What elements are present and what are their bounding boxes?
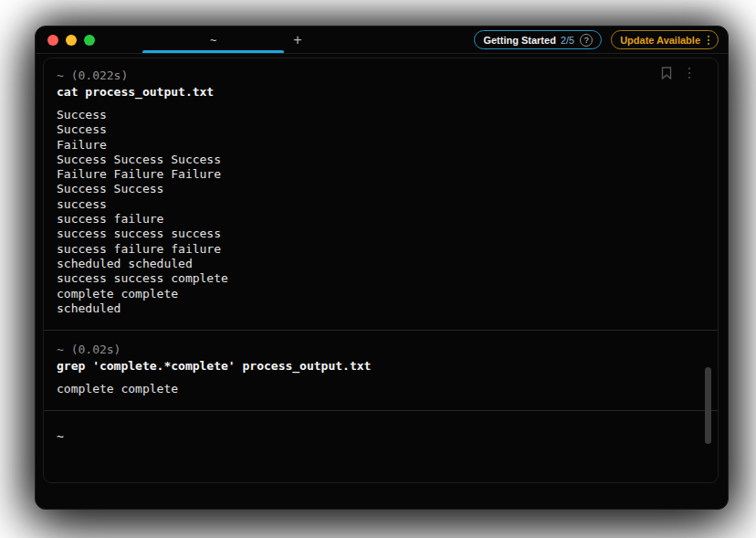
- close-window-button[interactable]: [47, 35, 58, 46]
- output-line: success failure failure: [57, 242, 705, 257]
- tab-home[interactable]: ~: [142, 26, 284, 53]
- terminal-window: ~ + Getting Started 2/5 ? Update Availab…: [35, 26, 729, 510]
- output-line: Success Success: [57, 182, 705, 196]
- terminal-pane[interactable]: ~ (0.022s) cat process_output.txt Succes…: [43, 58, 719, 483]
- output-line: scheduled scheduled: [57, 257, 705, 271]
- scrollbar-thumb[interactable]: [705, 367, 711, 444]
- minimize-window-button[interactable]: [66, 35, 77, 46]
- output-line: success failure: [57, 212, 705, 227]
- output-line: Failure: [57, 138, 705, 153]
- traffic-lights: [36, 35, 104, 46]
- output-line: Failure Failure Failure: [57, 167, 705, 182]
- prompt-line: ~ (0.022s): [57, 68, 705, 83]
- zoom-window-button[interactable]: [84, 35, 95, 46]
- getting-started-button[interactable]: Getting Started 2/5 ?: [474, 30, 602, 49]
- titlebar: ~ + Getting Started 2/5 ? Update Availab…: [36, 26, 728, 54]
- block-menu-kebab-icon[interactable]: [687, 66, 692, 80]
- current-prompt[interactable]: ~: [57, 428, 705, 444]
- command-block[interactable]: ~ (0.02s) grep 'complete.*complete' proc…: [57, 342, 705, 396]
- getting-started-progress: 2/5: [561, 35, 574, 46]
- update-available-button[interactable]: Update Available: [611, 30, 719, 49]
- output-line: complete complete: [57, 287, 705, 301]
- update-menu-kebab-icon[interactable]: [708, 36, 709, 45]
- command-output: SuccessSuccessFailureSuccess Success Suc…: [57, 108, 705, 316]
- tab-title: ~: [210, 34, 216, 47]
- command-block[interactable]: ~ (0.022s) cat process_output.txt Succes…: [57, 68, 705, 316]
- output-line: Success: [57, 108, 705, 122]
- titlebar-actions: Getting Started 2/5 ? Update Available: [474, 30, 728, 49]
- getting-started-label: Getting Started: [483, 35, 555, 46]
- bookmark-icon[interactable]: [661, 67, 672, 79]
- active-tab-indicator: [142, 50, 284, 53]
- help-icon[interactable]: ?: [580, 34, 593, 47]
- command-text: cat process_output.txt: [57, 84, 705, 100]
- command-text: grep 'complete.*complete' process_output…: [57, 358, 705, 374]
- prompt-line: ~ (0.02s): [57, 342, 705, 357]
- command-output: complete complete: [57, 382, 705, 396]
- update-available-label: Update Available: [620, 35, 700, 46]
- output-line: success success success: [57, 227, 705, 241]
- output-line: success: [57, 197, 705, 212]
- output-line: Success Success Success: [57, 153, 705, 167]
- block-actions: [661, 66, 692, 80]
- output-line: complete complete: [57, 382, 705, 396]
- output-line: scheduled: [57, 301, 705, 316]
- block-divider: [44, 410, 718, 411]
- output-line: Success: [57, 122, 705, 137]
- new-tab-button[interactable]: +: [284, 32, 311, 48]
- block-divider: [44, 330, 718, 331]
- output-line: success success complete: [57, 271, 705, 286]
